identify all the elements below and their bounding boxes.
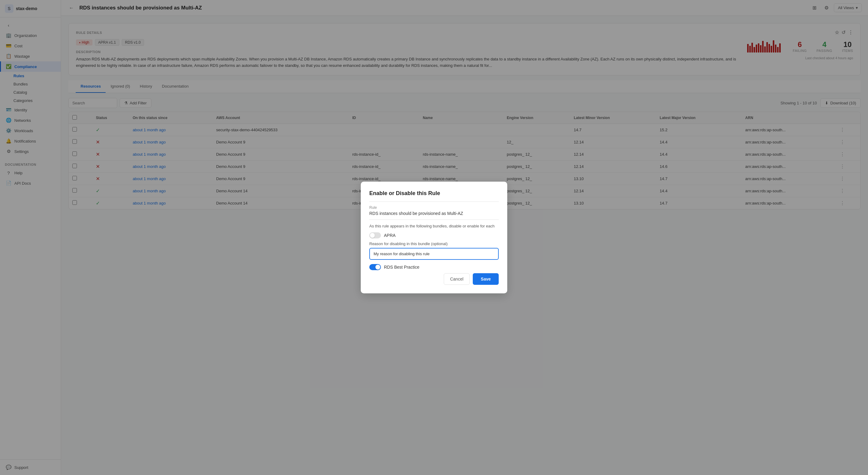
bundle-apra-row: APRA xyxy=(369,232,499,238)
reason-input[interactable] xyxy=(369,248,499,260)
modal-bundle-section-label: As this rule appears in the following bu… xyxy=(369,224,499,229)
reason-label: Reason for disabling in this bundle (opt… xyxy=(369,241,499,246)
bundle-apra-label: APRA xyxy=(384,233,396,238)
modal-rule-label: Rule xyxy=(369,205,499,210)
enable-disable-modal: Enable or Disable this Rule Rule RDS ins… xyxy=(361,182,507,293)
bundle-apra-toggle[interactable] xyxy=(369,232,381,238)
modal-divider2 xyxy=(369,219,499,220)
modal-rule-value: RDS instances should be provisioned as M… xyxy=(369,211,499,216)
modal-overlay: Enable or Disable this Rule Rule RDS ins… xyxy=(0,0,868,475)
modal-title: Enable or Disable this Rule xyxy=(369,190,499,197)
modal-divider xyxy=(369,202,499,202)
bundle-rds-toggle[interactable] xyxy=(369,264,381,270)
toggle-knob xyxy=(370,233,375,238)
bundle-rds-row: RDS Best Practice xyxy=(369,264,499,270)
save-button[interactable]: Save xyxy=(473,273,499,285)
toggle-knob-rds xyxy=(375,265,380,270)
modal-footer: Cancel Save xyxy=(369,273,499,285)
bundle-rds-label: RDS Best Practice xyxy=(384,265,420,270)
cancel-button[interactable]: Cancel xyxy=(444,273,470,285)
